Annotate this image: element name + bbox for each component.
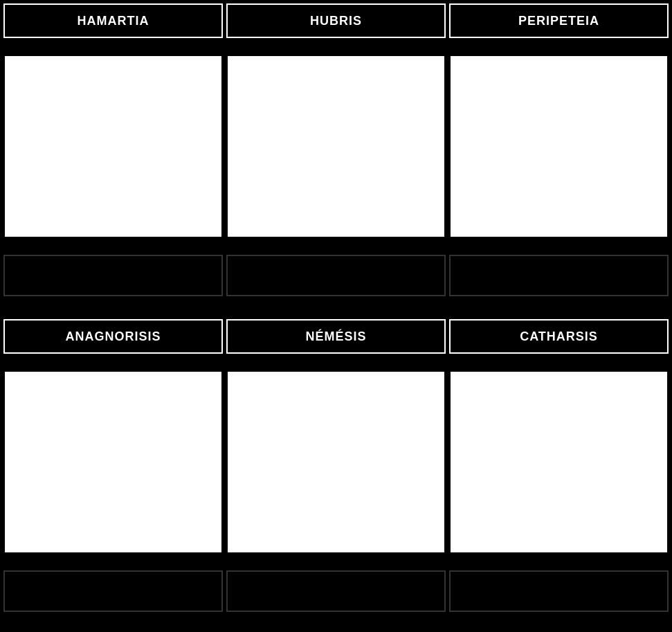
header-nemesis: NÉMÉSIS <box>226 319 446 354</box>
header-anagnorisis: ANAGNORISIS <box>3 319 223 354</box>
footer-anagnorisis <box>3 570 223 612</box>
footer-hubris <box>226 255 446 296</box>
header-hubris: HUBRIS <box>226 3 446 38</box>
bottom-header-row: ANAGNORISIS NÉMÉSIS CATHARSIS <box>3 319 669 370</box>
top-content-row <box>3 55 669 255</box>
header-peripeteia: PERIPETEIA <box>449 3 669 38</box>
content-nemesis[interactable] <box>226 370 446 554</box>
content-hubris[interactable] <box>226 55 446 238</box>
header-hamartia: HAMARTIA <box>3 3 223 38</box>
footer-catharsis <box>449 570 669 612</box>
footer-nemesis <box>226 570 446 612</box>
top-footer-row <box>3 255 669 313</box>
footer-hamartia <box>3 255 223 296</box>
section-gap <box>3 312 669 319</box>
bottom-footer-row <box>3 570 669 629</box>
content-hamartia[interactable] <box>3 55 223 238</box>
top-header-row: HAMARTIA HUBRIS PERIPETEIA <box>3 3 669 55</box>
content-anagnorisis[interactable] <box>3 370 223 554</box>
footer-peripeteia <box>449 255 669 296</box>
header-catharsis: CATHARSIS <box>449 319 669 354</box>
content-peripeteia[interactable] <box>449 55 669 238</box>
main-grid: HAMARTIA HUBRIS PERIPETEIA ANAGNORISIS N… <box>0 0 672 632</box>
content-catharsis[interactable] <box>449 370 669 554</box>
bottom-content-row <box>3 370 669 570</box>
